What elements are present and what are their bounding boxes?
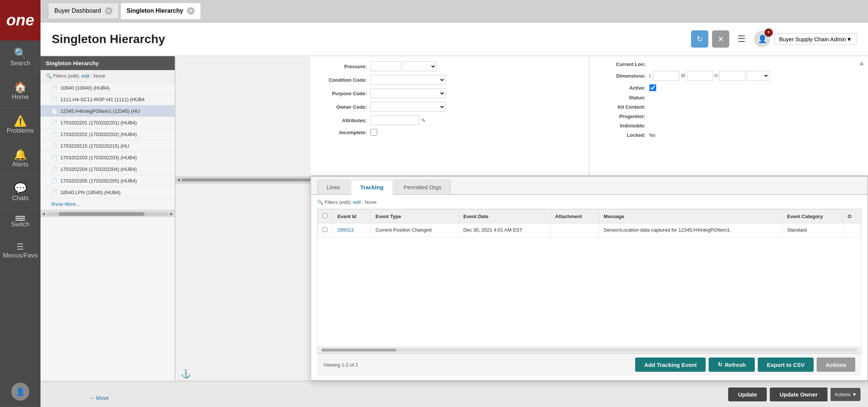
- tree-item-1703202201[interactable]: 📄 1703202201 (1703202201) (HUB4): [40, 117, 175, 129]
- attributes-input[interactable]: [370, 115, 419, 125]
- table-horizontal-scrollbar[interactable]: [318, 347, 861, 353]
- tree-item-1111[interactable]: 📄 1111.H4-SC11-ROP-I41 (1111) (HUB4: [40, 94, 175, 105]
- close-button[interactable]: ✕: [712, 30, 729, 48]
- header-actions: ↻ ✕ ☰ 👤 * Buyer Supply Chain Admin ▼: [691, 30, 857, 48]
- tab-label: Singleton Hierarchy: [127, 7, 183, 14]
- horiz-scroll-left[interactable]: ◀: [175, 178, 181, 182]
- event-id-link[interactable]: 285013: [337, 227, 354, 233]
- tree-item-1703202205[interactable]: 📄 1703202205 (1703202205) (HUB4): [40, 175, 175, 187]
- scroll-up-arrow[interactable]: ▲: [858, 59, 865, 67]
- filters-edit-link[interactable]: edit: [81, 73, 89, 79]
- refresh-icon: ↻: [697, 34, 703, 43]
- tree-item-18540[interactable]: 📄 18540.LPN (18540) (HUB4): [40, 187, 175, 198]
- app-logo[interactable]: one: [0, 0, 40, 40]
- user-avatar-sidebar[interactable]: 👤: [0, 376, 40, 407]
- viewing-text: Viewing 1-2 of 2: [323, 362, 358, 368]
- props-left: Pressure: Condition Code:: [310, 56, 589, 175]
- pressure-select[interactable]: [403, 61, 436, 71]
- doc-icon: 📄: [51, 108, 57, 114]
- row-checkbox[interactable]: [322, 227, 327, 232]
- topbar: Buyer Dashboard ✕ Singleton Hierarchy ✕: [40, 0, 868, 22]
- menus-icon: ☰: [16, 242, 24, 252]
- doc-icon: 📄: [51, 96, 57, 102]
- sidebar-item-search[interactable]: 🔍 Search: [0, 40, 40, 74]
- select-all-checkbox[interactable]: [322, 213, 327, 218]
- tree-scroll-bar[interactable]: ◀ ▶: [40, 210, 175, 217]
- tree-item-10840[interactable]: 📄 10840 (10840) (HUB4): [40, 82, 175, 94]
- attributes-edit-icon[interactable]: ✎: [421, 118, 426, 123]
- refresh-button[interactable]: ↻: [691, 30, 708, 48]
- status-row: Status:: [597, 95, 861, 100]
- sidebar-item-alerts[interactable]: 🔔 Alerts: [0, 142, 40, 175]
- hierarchy-filters-row: 🔍 Filters (edit): edit : None: [40, 70, 175, 82]
- filters-icon: 🔍: [46, 73, 53, 79]
- event-category-header[interactable]: Event Category: [783, 209, 843, 223]
- pressure-row: Pressure:: [318, 61, 581, 71]
- sidebar-item-home[interactable]: 🏠 Home: [0, 74, 40, 108]
- table-body: 285013 Current Position Changed Dec 30, …: [318, 223, 861, 237]
- update-button[interactable]: Update: [728, 388, 767, 401]
- dim-l-input[interactable]: [653, 71, 679, 81]
- update-owner-button[interactable]: Update Owner: [770, 388, 828, 401]
- user-role-label: Buyer Supply Chain Admin: [779, 36, 846, 42]
- condition-code-select[interactable]: [370, 75, 445, 85]
- tab-buyer-dashboard[interactable]: Buyer Dashboard ✕: [48, 3, 119, 19]
- sidebar-item-menus[interactable]: ☰ Menus/Favs: [0, 235, 40, 266]
- move-link-bottom[interactable]: → Move: [89, 395, 109, 401]
- active-checkbox[interactable]: [649, 84, 656, 91]
- dim-unit-select[interactable]: [747, 71, 769, 81]
- tab-permitted-orgs[interactable]: Permitted Orgs: [394, 180, 451, 194]
- tracking-refresh-button[interactable]: ↻ Refresh: [709, 358, 755, 372]
- add-tracking-event-button[interactable]: Add Tracking Event: [635, 358, 706, 372]
- tracking-bottom-bar: Viewing 1-2 of 2 Add Tracking Event ↻ Re…: [317, 353, 861, 376]
- purpose-code-select[interactable]: [370, 88, 445, 98]
- table-scroll-area[interactable]: Event Id Event Type Event Date Attachmen…: [318, 209, 861, 347]
- chat-icon: 💬: [14, 182, 27, 195]
- export-csv-button[interactable]: Export to CSV: [758, 358, 814, 372]
- dim-h-input[interactable]: [719, 71, 745, 81]
- tab-tracking[interactable]: Tracking: [351, 180, 393, 195]
- scrollbar-track: [321, 349, 857, 352]
- incomplete-checkbox[interactable]: [370, 129, 377, 136]
- table-header-row: Event Id Event Type Event Date Attachmen…: [318, 209, 861, 223]
- sidebar-item-problems[interactable]: ⚠️ Problems: [0, 108, 40, 142]
- scroll-left-arrow[interactable]: ◀: [40, 212, 46, 216]
- tab-close-buyer[interactable]: ✕: [105, 7, 112, 15]
- menu-icon-button[interactable]: ☰: [733, 30, 750, 48]
- pressure-input[interactable]: [370, 61, 400, 71]
- tree-item-1703220215[interactable]: 📄 1703220215 (1703220215) (HU: [40, 140, 175, 152]
- locked-row: Locked: No: [597, 132, 861, 138]
- tab-close-singleton[interactable]: ✕: [187, 7, 195, 15]
- tree-item-1703202202[interactable]: 📄 1703202202 (1703202202) (HUB4): [40, 129, 175, 140]
- tracking-actions-button[interactable]: Actions: [817, 358, 855, 372]
- tracking-filters-edit-link[interactable]: edit: [353, 199, 361, 205]
- scroll-right-arrow[interactable]: ▶: [169, 212, 175, 216]
- tracking-filters: 🔍 Filters (edit): edit : None: [317, 199, 861, 205]
- tree-item-12345[interactable]: 📄 12345.H4IntegPOItem1 (12345) (HU: [40, 105, 175, 117]
- tab-lines[interactable]: Lines: [317, 180, 349, 194]
- dim-w-input[interactable]: [687, 71, 713, 81]
- owner-code-select[interactable]: [370, 102, 445, 112]
- actions-dropdown-button[interactable]: Actions ▼: [831, 388, 861, 401]
- show-more-link[interactable]: Show More...: [40, 198, 175, 210]
- notification-badge: *: [765, 28, 773, 37]
- home-icon: 🏠: [14, 81, 27, 93]
- sidebar-item-switch[interactable]: Switch: [0, 209, 40, 235]
- attachment-header[interactable]: Attachment: [550, 209, 599, 223]
- message-header[interactable]: Message: [599, 209, 783, 223]
- user-dropdown[interactable]: Buyer Supply Chain Admin ▼: [774, 33, 857, 45]
- status-anchor-icon[interactable]: ⚓: [181, 369, 191, 379]
- tab-singleton-hierarchy[interactable]: Singleton Hierarchy ✕: [120, 3, 201, 19]
- tree-item-1703202203[interactable]: 📄 1703202203 (1703202203) (HUB4): [40, 152, 175, 163]
- main-area: Singleton Hierarchy ↻ ✕ ☰ 👤 * Buyer Supp…: [40, 22, 868, 407]
- sidebar-item-label: Chats: [12, 195, 28, 202]
- sidebar-item-chats[interactable]: 💬 Chats: [0, 175, 40, 209]
- other-header[interactable]: O: [843, 209, 861, 223]
- filter-search-icon: 🔍: [317, 199, 325, 205]
- event-id-header[interactable]: Event Id: [333, 209, 371, 223]
- notification-count: *: [768, 30, 769, 36]
- event-type-header[interactable]: Event Type: [371, 209, 459, 223]
- tree-item-1703202204[interactable]: 📄 1703202204 (1703202204) (HUB4): [40, 163, 175, 175]
- event-date-header[interactable]: Event Date: [459, 209, 550, 223]
- notification-bell[interactable]: 👤 *: [754, 31, 771, 47]
